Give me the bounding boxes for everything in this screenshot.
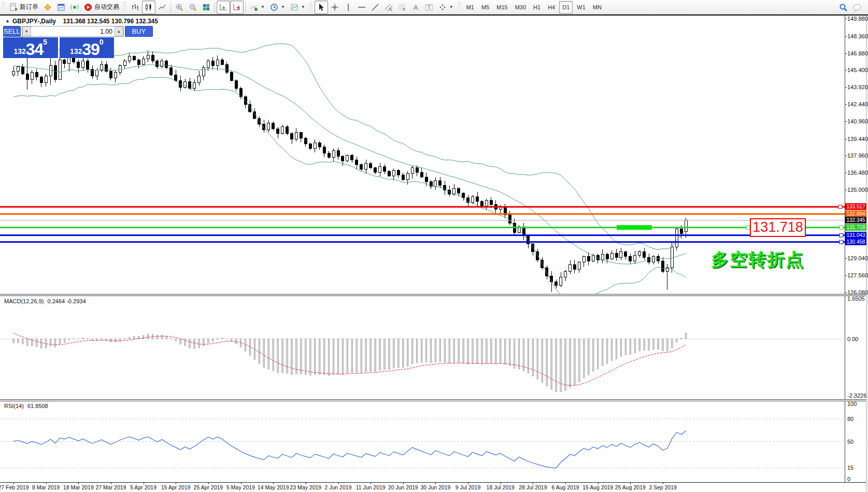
date-axis-tick xyxy=(371,482,371,484)
timeframe-h4[interactable]: H4 xyxy=(545,1,558,13)
market-watch-button[interactable] xyxy=(54,1,68,14)
price-axis-border xyxy=(845,16,845,482)
date-axis-label: 3 Sep 2019 xyxy=(649,484,677,490)
price-annotation-box[interactable]: 131.718 xyxy=(750,218,806,237)
arrows-dropdown-arrow[interactable]: ▼ xyxy=(449,5,453,9)
templates-dropdown-arrow[interactable]: ▼ xyxy=(301,5,305,9)
periods-dropdown-arrow[interactable]: ▼ xyxy=(281,5,285,9)
macd-panel-chart[interactable] xyxy=(0,297,845,399)
fibonacci-icon: F xyxy=(398,3,406,11)
crosshair-button[interactable] xyxy=(328,1,341,14)
price-axis-label: 140.960 xyxy=(847,118,868,124)
auto-trading-button[interactable]: 自动交易 xyxy=(81,1,122,14)
signals-button[interactable] xyxy=(68,1,81,14)
date-axis-tick xyxy=(241,482,241,484)
chat-icon[interactable] xyxy=(852,3,861,11)
new-order-button[interactable]: 新订单 xyxy=(7,1,41,14)
time-axis-border xyxy=(0,482,866,483)
chart-symbol-period: GBPJPY-,Daily xyxy=(12,18,56,25)
periods-button[interactable]: ▼ xyxy=(267,1,288,14)
rsi-indicator-label: RSI(14) 61.8508 xyxy=(4,403,48,409)
date-axis-label: 23 May 2019 xyxy=(290,484,321,490)
cursor-button[interactable] xyxy=(315,1,328,14)
vertical-line-button[interactable] xyxy=(341,1,355,14)
toolbar-grip[interactable] xyxy=(309,2,313,12)
line-chart-icon xyxy=(158,3,166,11)
search-icon[interactable] xyxy=(839,3,847,11)
macd-values: 0.2464 -0.2934 xyxy=(47,298,86,304)
sell-button[interactable]: SELL xyxy=(3,26,21,37)
date-axis-tick xyxy=(435,482,436,484)
toolbar-grip[interactable] xyxy=(458,2,461,12)
price-axis-label: 143.920 xyxy=(847,84,868,90)
date-axis-label: 25 Aug 2019 xyxy=(615,484,646,490)
timeframe-m1[interactable]: M1 xyxy=(463,1,477,13)
date-axis-tick xyxy=(46,482,47,484)
date-axis-label: 25 Apr 2019 xyxy=(194,484,223,490)
date-axis-label: 15 Aug 2019 xyxy=(582,484,613,490)
auto-trading-icon xyxy=(84,3,92,11)
templates-icon xyxy=(290,3,298,11)
date-axis-label: 27 Feb 2019 xyxy=(0,484,29,490)
date-axis-tick xyxy=(13,482,14,484)
profiles-button[interactable] xyxy=(41,1,54,14)
tile-windows-button[interactable] xyxy=(200,1,213,14)
timeframe-m5[interactable]: M5 xyxy=(478,1,492,13)
price-axis-tick xyxy=(845,139,847,139)
toolbar-grip[interactable] xyxy=(2,2,5,12)
timeframe-mn[interactable]: MN xyxy=(590,1,605,13)
date-axis-tick xyxy=(468,482,468,484)
text-button[interactable]: A xyxy=(409,1,422,14)
bar-chart-button[interactable] xyxy=(129,1,142,14)
candlestick-chart-button[interactable] xyxy=(142,1,155,14)
indicators-dropdown-arrow[interactable]: ▼ xyxy=(261,5,265,9)
buy-button[interactable]: BUY xyxy=(125,26,153,37)
auto-scroll-icon xyxy=(219,3,227,11)
arrows-button[interactable]: ▼ xyxy=(436,1,456,14)
date-axis-tick xyxy=(533,482,533,484)
timeframe-w1[interactable]: W1 xyxy=(574,1,589,13)
price-axis-label: 129.040 xyxy=(847,255,868,261)
templates-button[interactable]: ▼ xyxy=(288,1,308,14)
trendline-button[interactable] xyxy=(368,1,382,14)
price-axis-label: 145.400 xyxy=(847,67,868,73)
volume-increase-arrow[interactable]: ▲ xyxy=(115,26,123,36)
equidistant-channel-button[interactable]: E xyxy=(382,1,395,14)
volume-decrease-arrow[interactable]: ▼ xyxy=(22,26,31,36)
fibonacci-button[interactable]: F xyxy=(395,1,409,14)
price-line-tag: 132.894 xyxy=(845,210,866,217)
text-label-button[interactable]: T xyxy=(422,1,436,14)
timeframe-m30[interactable]: M30 xyxy=(512,1,529,13)
zoom-out-button[interactable] xyxy=(186,1,200,14)
zoom-out-icon xyxy=(189,3,197,11)
toolbar-grip[interactable] xyxy=(123,2,127,12)
price-axis-tick xyxy=(845,53,847,54)
horizontal-line-button[interactable] xyxy=(355,1,368,14)
timeframe-h1[interactable]: H1 xyxy=(530,1,544,13)
rsi-panel-chart[interactable] xyxy=(0,401,845,482)
trendline-icon xyxy=(371,3,379,11)
price-axis-tick xyxy=(845,70,847,71)
volume-input[interactable] xyxy=(31,26,115,36)
macd-rsi-splitter[interactable] xyxy=(0,399,868,401)
date-axis-label: 18 Jul 2019 xyxy=(487,484,515,490)
rsi-axis-label: 80 xyxy=(847,416,853,422)
sell-price-display[interactable]: 132 34 5 xyxy=(3,37,58,58)
collapse-panel-arrow-icon[interactable]: ▲ xyxy=(5,18,10,23)
buy-price-display[interactable]: 132 39 0 xyxy=(60,37,115,58)
indicators-button[interactable]: ▼ xyxy=(247,1,267,14)
timeframe-d1[interactable]: D1 xyxy=(559,1,573,13)
line-chart-button[interactable] xyxy=(155,1,169,14)
chart-shift-button[interactable] xyxy=(230,1,244,14)
price-line-tag: 131.718 xyxy=(845,224,866,231)
timeframe-m15[interactable]: M15 xyxy=(493,1,510,13)
rsi-value: 61.8508 xyxy=(27,403,48,409)
svg-text:A: A xyxy=(414,4,418,11)
zoom-in-button[interactable] xyxy=(173,1,186,14)
sell-price-big: 34 xyxy=(26,41,44,57)
date-axis-label: 28 Jul 2019 xyxy=(519,484,547,490)
main-macd-splitter[interactable] xyxy=(0,294,868,296)
auto-scroll-button[interactable] xyxy=(217,1,230,14)
date-axis-label: 30 Jun 2019 xyxy=(421,484,451,490)
price-line-tag: 132.345 xyxy=(845,217,866,223)
